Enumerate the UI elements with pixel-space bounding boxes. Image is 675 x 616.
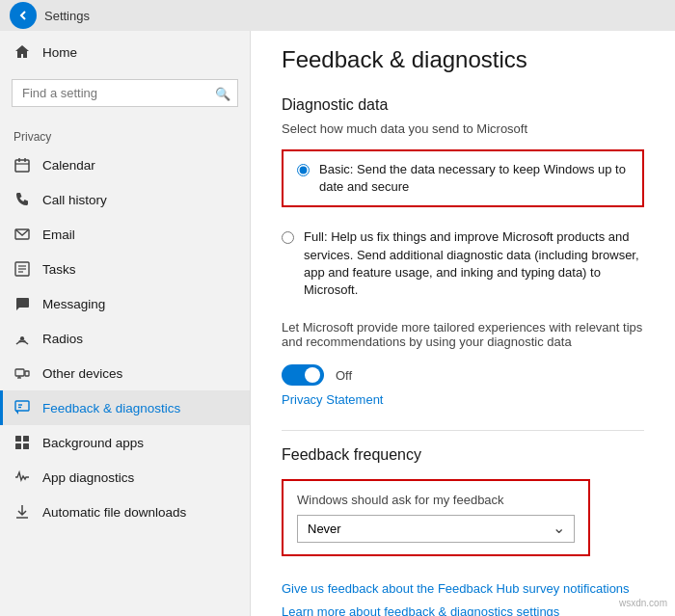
feedback-select-wrapper: Never Always Daily Weekly	[297, 515, 575, 543]
sidebar-item-other-devices[interactable]: Other devices	[0, 356, 250, 390]
messaging-icon	[14, 295, 31, 312]
sidebar-item-tasks[interactable]: Tasks	[0, 252, 250, 286]
sidebar-item-feedback-label: Feedback & diagnostics	[42, 401, 180, 415]
sidebar-item-call-history[interactable]: Call history	[0, 182, 250, 217]
sidebar-item-radios[interactable]: Radios	[0, 321, 250, 356]
sidebar-section-label: Privacy	[0, 122, 250, 147]
basic-option-box: Basic: Send the data necessary to keep W…	[282, 149, 644, 207]
sidebar-item-home-label: Home	[42, 45, 77, 60]
diagnostic-section-title: Diagnostic data	[282, 96, 644, 114]
sidebar-item-messaging-label: Messaging	[42, 297, 105, 311]
call-icon	[14, 191, 31, 208]
sidebar-item-calendar-label: Calendar	[42, 158, 95, 173]
learn-more-link[interactable]: Learn more about feedback & diagnostics …	[282, 604, 559, 616]
sidebar-item-calendar[interactable]: Calendar	[0, 147, 250, 182]
watermark: wsxdn.com	[619, 598, 667, 608]
search-input[interactable]	[12, 79, 238, 107]
svg-rect-11	[25, 371, 29, 376]
basic-option-label: Basic: Send the data necessary to keep W…	[319, 161, 629, 196]
tailored-desc: Let Microsoft provide more tailored expe…	[282, 320, 644, 349]
diagnostics-icon	[14, 469, 31, 486]
sidebar-item-auto-file-label: Automatic file downloads	[42, 505, 186, 520]
tailored-toggle[interactable]	[282, 364, 324, 386]
sidebar-item-app-diagnostics[interactable]: App diagnostics	[0, 460, 250, 495]
section-divider	[282, 430, 644, 431]
full-option-plain: Full: Help us fix things and improve Mic…	[282, 219, 644, 308]
sidebar-item-app-diagnostics-label: App diagnostics	[42, 470, 134, 485]
sidebar-item-background-apps[interactable]: Background apps	[0, 425, 250, 460]
sidebar-item-auto-file[interactable]: Automatic file downloads	[0, 495, 250, 529]
sidebar-item-other-devices-label: Other devices	[42, 366, 122, 381]
tasks-icon	[14, 260, 31, 278]
basic-option-row: Basic: Send the data necessary to keep W…	[297, 161, 629, 196]
full-option-row: Full: Help us fix things and improve Mic…	[282, 228, 644, 299]
sidebar-item-background-apps-label: Background apps	[42, 436, 144, 450]
svg-rect-17	[15, 436, 21, 442]
feedback-hub-link[interactable]: Give us feedback about the Feedback Hub …	[282, 581, 644, 596]
diagnostic-section-desc: Select how much data you send to Microso…	[282, 121, 644, 136]
home-icon	[14, 43, 31, 61]
page-title: Feedback & diagnostics	[282, 46, 644, 73]
feedback-section-title: Feedback frequency	[282, 446, 644, 464]
search-icon: 🔍	[215, 86, 230, 100]
toggle-row: Off	[282, 364, 644, 386]
apps-icon	[14, 434, 31, 451]
svg-rect-0	[15, 160, 29, 172]
download-icon	[14, 503, 31, 521]
sidebar-search-container: 🔍	[12, 79, 238, 107]
toggle-knob	[305, 367, 320, 383]
svg-rect-19	[15, 443, 21, 449]
back-button[interactable]	[10, 2, 37, 29]
main-content: Feedback & diagnostics Diagnostic data S…	[251, 0, 675, 616]
toggle-label: Off	[336, 368, 352, 383]
basic-radio[interactable]	[297, 164, 310, 176]
feedback-dropdown-label: Windows should ask for my feedback	[297, 493, 575, 507]
sidebar-item-call-label: Call history	[42, 193, 107, 207]
privacy-statement-link[interactable]: Privacy Statement	[282, 392, 384, 407]
svg-rect-18	[23, 436, 29, 442]
email-icon	[14, 226, 31, 243]
full-option-label: Full: Help us fix things and improve Mic…	[304, 228, 644, 299]
devices-icon	[14, 364, 31, 382]
svg-rect-14	[15, 401, 29, 411]
feedback-frequency-box: Windows should ask for my feedback Never…	[282, 479, 590, 556]
sidebar-item-email-label: Email	[42, 228, 75, 242]
svg-rect-20	[23, 443, 29, 449]
sidebar-item-home[interactable]: Home	[0, 35, 250, 69]
sidebar-item-email[interactable]: Email	[0, 217, 250, 252]
svg-rect-10	[15, 369, 24, 376]
calendar-icon	[14, 156, 31, 174]
feedback-frequency-select[interactable]: Never Always Daily Weekly	[297, 515, 575, 543]
sidebar-item-radios-label: Radios	[42, 332, 83, 346]
radios-icon	[14, 330, 31, 347]
sidebar-item-feedback[interactable]: Feedback & diagnostics	[0, 390, 250, 425]
feedback-icon	[14, 399, 31, 416]
titlebar: Settings	[0, 0, 675, 31]
sidebar-item-messaging[interactable]: Messaging	[0, 286, 250, 321]
sidebar: Home 🔍 Privacy Calendar Call history Ema…	[0, 0, 251, 616]
sidebar-item-tasks-label: Tasks	[42, 262, 76, 277]
window-title: Settings	[44, 9, 90, 23]
full-radio[interactable]	[282, 231, 294, 244]
